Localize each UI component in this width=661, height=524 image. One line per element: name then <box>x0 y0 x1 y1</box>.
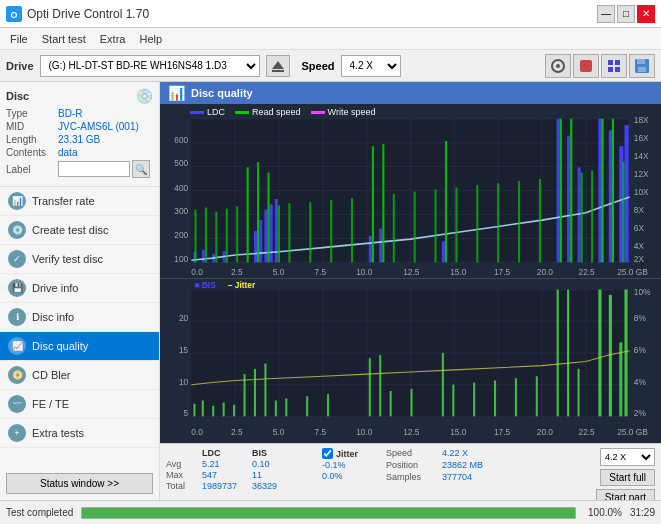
svg-rect-150 <box>557 290 559 417</box>
start-part-button[interactable]: Start part <box>596 489 655 500</box>
label-search-button[interactable]: 🔍 <box>132 160 150 178</box>
sidebar-item-disc-info[interactable]: ℹ Disc info <box>0 303 159 332</box>
sidebar-item-cd-bler[interactable]: 📀 CD Bler <box>0 361 159 390</box>
close-button[interactable]: ✕ <box>637 5 655 23</box>
main-content: Disc 💿 Type BD-R MID JVC-AMS6L (001) Len… <box>0 82 661 500</box>
svg-rect-152 <box>578 369 580 417</box>
svg-text:10%: 10% <box>634 287 651 297</box>
elapsed-time: 31:29 <box>630 507 655 518</box>
stats-total-label: Total <box>166 481 202 491</box>
disc-length-value: 23.31 GB <box>58 134 100 145</box>
svg-rect-64 <box>351 198 353 262</box>
svg-rect-82 <box>622 162 624 262</box>
sidebar-item-drive-info[interactable]: 💾 Drive info <box>0 274 159 303</box>
menu-start-test[interactable]: Start test <box>36 31 92 47</box>
svg-point-5 <box>556 64 560 68</box>
sidebar-item-create-test-disc[interactable]: 💿 Create test disc <box>0 216 159 245</box>
svg-rect-143 <box>411 389 413 416</box>
svg-rect-74 <box>518 181 520 262</box>
nav-label-extra-tests: Extra tests <box>32 427 84 439</box>
drive-select[interactable]: (G:) HL-DT-ST BD-RE WH16NS48 1.D3 <box>40 55 260 77</box>
disc-contents-label: Contents <box>6 147 58 158</box>
progress-percent: 100.0% <box>584 507 622 518</box>
disc-type-label: Type <box>6 108 58 119</box>
svg-rect-3 <box>272 70 284 72</box>
maximize-button[interactable]: □ <box>617 5 635 23</box>
disc-label-input[interactable] <box>58 161 130 177</box>
disc-label-row: Label 🔍 <box>6 160 153 178</box>
sidebar-item-fe-te[interactable]: 〰 FE / TE <box>0 390 159 419</box>
svg-rect-146 <box>473 383 475 417</box>
jitter-checkbox[interactable] <box>322 448 333 459</box>
legend-read: Read speed <box>235 107 301 117</box>
sidebar-item-extra-tests[interactable]: + Extra tests <box>0 419 159 448</box>
position-info: Speed 4.22 X Position 23862 MB Samples 3… <box>386 448 483 482</box>
stats-empty <box>166 448 202 458</box>
disc-eject-icon: 💿 <box>136 88 153 104</box>
titlebar: O Opti Drive Control 1.70 — □ ✕ <box>0 0 661 28</box>
stats-max-bis: 11 <box>252 470 302 480</box>
stats-avg-row: Avg 5.21 0.10 <box>166 459 302 469</box>
svg-rect-145 <box>452 385 454 417</box>
menu-file[interactable]: File <box>4 31 34 47</box>
stats-total-row: Total 1989737 36329 <box>166 481 302 491</box>
eject-button[interactable] <box>266 55 290 77</box>
nav-label-transfer-rate: Transfer rate <box>32 195 95 207</box>
svg-rect-155 <box>619 343 622 417</box>
svg-rect-66 <box>382 144 384 262</box>
svg-text:2.5: 2.5 <box>231 428 243 438</box>
svg-text:12.5: 12.5 <box>403 428 420 438</box>
svg-text:12X: 12X <box>634 169 649 179</box>
toolbar-btn-2[interactable] <box>573 54 599 78</box>
svg-rect-69 <box>435 190 437 263</box>
ldc-legend-color <box>190 111 204 114</box>
drive-label: Drive <box>6 60 34 72</box>
toolbar-btn-1[interactable] <box>545 54 571 78</box>
menu-extra[interactable]: Extra <box>94 31 132 47</box>
titlebar-left: O Opti Drive Control 1.70 <box>6 6 149 22</box>
bottom-chart-svg: ■ BIS – Jitter <box>160 279 661 443</box>
svg-rect-40 <box>270 204 273 262</box>
jitter-checkbox-row: Jitter <box>322 448 358 459</box>
svg-text:0.0: 0.0 <box>191 267 203 277</box>
write-legend-color <box>311 111 325 114</box>
start-full-button[interactable]: Start full <box>600 469 655 486</box>
svg-rect-67 <box>393 194 395 263</box>
svg-rect-12 <box>637 59 645 64</box>
sidebar-item-disc-quality[interactable]: 📈 Disc quality <box>0 332 159 361</box>
svg-rect-39 <box>264 210 267 263</box>
svg-rect-58 <box>257 162 259 262</box>
menu-help[interactable]: Help <box>133 31 168 47</box>
drivebar: Drive (G:) HL-DT-ST BD-RE WH16NS48 1.D3 … <box>0 50 661 82</box>
speed-select-stats[interactable]: 4.2 X <box>600 448 655 466</box>
svg-rect-71 <box>455 187 457 262</box>
svg-text:100: 100 <box>174 254 188 264</box>
status-window-button[interactable]: Status window >> <box>6 473 153 494</box>
disc-type-row: Type BD-R <box>6 108 153 119</box>
svg-text:10X: 10X <box>634 187 649 197</box>
transfer-rate-icon: 📊 <box>8 192 26 210</box>
extra-tests-icon: + <box>8 424 26 442</box>
svg-text:4%: 4% <box>634 377 647 387</box>
svg-rect-60 <box>278 205 280 262</box>
svg-text:7.5: 7.5 <box>314 267 326 277</box>
svg-rect-55 <box>226 209 228 263</box>
jitter-max: 0.0% <box>322 471 358 481</box>
sidebar-item-transfer-rate[interactable]: 📊 Transfer rate <box>0 187 159 216</box>
sidebar-item-verify-test-disc[interactable]: ✓ Verify test disc <box>0 245 159 274</box>
svg-text:300: 300 <box>174 206 188 216</box>
minimize-button[interactable]: — <box>597 5 615 23</box>
svg-rect-128 <box>193 404 195 417</box>
svg-text:600: 600 <box>174 135 188 145</box>
svg-rect-7 <box>608 60 613 65</box>
svg-rect-68 <box>414 192 416 263</box>
speed-select[interactable]: 4.2 X <box>341 55 401 77</box>
stats-total-bis: 36329 <box>252 481 302 491</box>
chart-header: 📊 Disc quality <box>160 82 661 104</box>
svg-rect-52 <box>194 210 196 263</box>
svg-marker-2 <box>272 61 284 69</box>
speed-row: Speed 4.22 X <box>386 448 483 458</box>
toolbar-btn-save[interactable] <box>629 54 655 78</box>
toolbar-btn-3[interactable] <box>601 54 627 78</box>
svg-rect-10 <box>615 67 620 72</box>
